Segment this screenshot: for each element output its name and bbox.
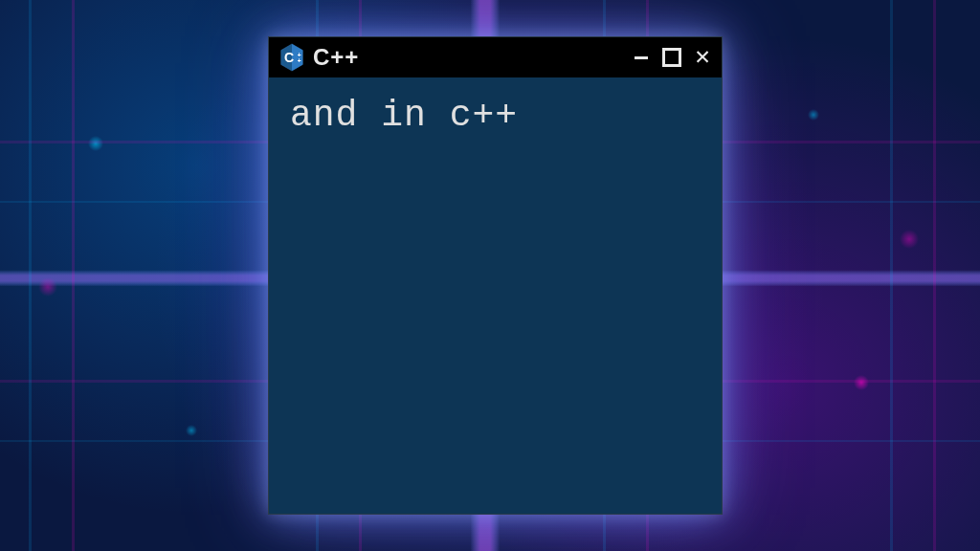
cpp-logo-icon: C + +: [278, 43, 305, 72]
minimize-icon: [635, 56, 648, 59]
code-text: and in c++: [290, 95, 518, 136]
maximize-icon: [662, 48, 681, 67]
application-window: C + + C++ ✕ and in c++: [268, 36, 723, 515]
minimize-button[interactable]: [632, 48, 651, 67]
close-button[interactable]: ✕: [693, 48, 712, 67]
window-controls: ✕: [632, 48, 712, 67]
svg-text:+: +: [298, 57, 301, 64]
close-icon: ✕: [695, 45, 710, 70]
svg-text:C: C: [284, 50, 294, 65]
titlebar[interactable]: C + + C++ ✕: [269, 37, 722, 77]
editor-content[interactable]: and in c++: [269, 77, 722, 514]
maximize-button[interactable]: [662, 48, 681, 67]
window-title: C++: [313, 44, 624, 71]
